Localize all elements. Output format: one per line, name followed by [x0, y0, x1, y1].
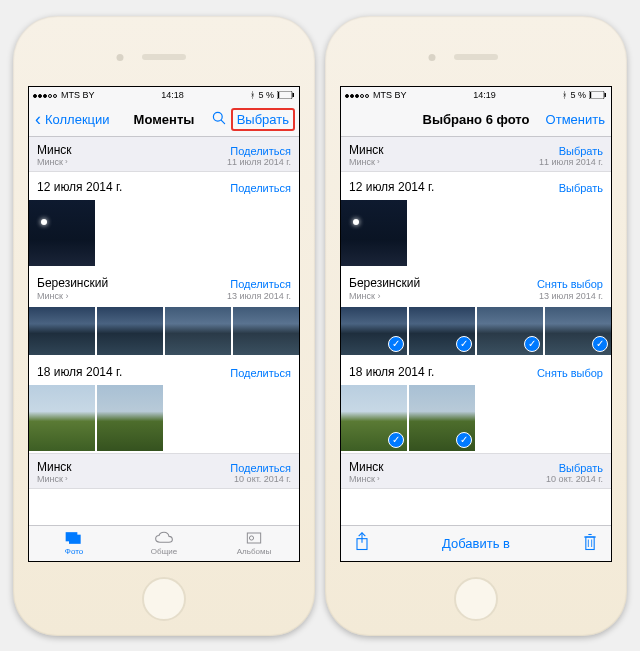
thumb-row: [29, 307, 299, 357]
photo-image: [233, 307, 299, 355]
moment-date: 13 июля 2014 г.: [537, 291, 603, 301]
moment-title: 18 июля 2014 г.: [37, 365, 122, 379]
check-icon: ✓: [388, 336, 404, 352]
search-button[interactable]: [211, 110, 227, 129]
share-link[interactable]: Поделиться: [230, 462, 291, 474]
screen-right: MTS BY 14:19 ᚼ 5 % Выбрано 6 фото Отмени…: [340, 86, 612, 562]
moment-header: 18 июля 2014 г. Поделиться: [29, 357, 299, 385]
deselect-link[interactable]: Снять выбор: [537, 367, 603, 379]
collection-date: 10 окт. 2014 г.: [546, 474, 603, 484]
check-icon: ✓: [388, 432, 404, 448]
photo-thumb[interactable]: [29, 385, 95, 451]
moment-sub: Минск ›: [349, 291, 420, 301]
check-icon: ✓: [592, 336, 608, 352]
photo-thumb[interactable]: ✓: [409, 307, 475, 355]
home-button[interactable]: [454, 577, 498, 621]
battery-icon: [277, 91, 295, 99]
carrier-label: MTS BY: [373, 90, 407, 100]
collection-header[interactable]: Минск Минск› Выбрать 11 июля 2014 г.: [341, 137, 611, 172]
tab-shared[interactable]: Общие: [119, 530, 209, 556]
moment-sub: Минск ›: [37, 291, 108, 301]
collection-sub: Минск›: [349, 474, 384, 484]
trash-icon: [581, 532, 599, 552]
photo-thumb[interactable]: [29, 307, 95, 355]
collection-header[interactable]: Минск Минск› Выбрать 10 окт. 2014 г.: [341, 453, 611, 489]
svg-rect-11: [590, 92, 591, 98]
home-button[interactable]: [142, 577, 186, 621]
photo-image: [29, 385, 95, 451]
collection-title: Минск: [37, 143, 72, 157]
svg-point-8: [249, 536, 253, 540]
content-scroll[interactable]: Минск Минск› Поделиться 11 июля 2014 г. …: [29, 137, 299, 525]
collection-header[interactable]: Минск Минск› Поделиться 11 июля 2014 г.: [29, 137, 299, 172]
moment-date: 13 июля 2014 г.: [227, 291, 291, 301]
photo-image: [97, 307, 163, 355]
photo-thumb[interactable]: [97, 385, 163, 451]
share-link[interactable]: Поделиться: [230, 145, 291, 157]
select-button[interactable]: Выбрать: [237, 112, 289, 127]
selection-toolbar: Добавить в: [341, 525, 611, 561]
select-link[interactable]: Выбрать: [559, 182, 603, 194]
svg-rect-1: [293, 93, 295, 97]
photos-tab-icon: [64, 530, 84, 546]
cancel-button[interactable]: Отменить: [546, 112, 605, 127]
photo-thumb[interactable]: [165, 307, 231, 355]
content-scroll[interactable]: Минск Минск› Выбрать 11 июля 2014 г. 12 …: [341, 137, 611, 525]
moment-header: Березинский Минск › Поделиться 13 июля 2…: [29, 268, 299, 307]
share-button[interactable]: [353, 532, 371, 554]
bluetooth-icon: ᚼ: [562, 90, 567, 100]
moment-title: 12 июля 2014 г.: [37, 180, 122, 194]
moment-header: 18 июля 2014 г. Снять выбор: [341, 357, 611, 385]
tab-bar: Фото Общие Альбомы: [29, 525, 299, 561]
select-link[interactable]: Выбрать: [559, 462, 603, 474]
camera-dot: [429, 54, 436, 61]
add-to-button[interactable]: Добавить в: [442, 536, 510, 551]
chevron-right-icon: ›: [65, 291, 68, 301]
photo-thumb[interactable]: [341, 200, 407, 266]
tab-photos[interactable]: Фото: [29, 530, 119, 556]
select-button-highlight: Выбрать: [231, 108, 295, 131]
svg-rect-10: [605, 93, 607, 97]
photo-thumb[interactable]: ✓: [545, 307, 611, 355]
nav-bar: ‹ Коллекции Моменты Выбрать: [29, 103, 299, 137]
bluetooth-icon: ᚼ: [250, 90, 255, 100]
chevron-right-icon: ›: [377, 157, 380, 166]
deselect-link[interactable]: Снять выбор: [537, 278, 603, 290]
photo-thumb[interactable]: ✓: [341, 385, 407, 451]
photo-image: [29, 200, 95, 266]
battery-percent-label: 5 %: [258, 90, 274, 100]
moment-title: Березинский: [37, 276, 108, 290]
photo-thumb[interactable]: [29, 200, 95, 266]
status-left: MTS BY: [33, 90, 95, 100]
camera-dot: [117, 54, 124, 61]
albums-tab-icon: [244, 530, 264, 546]
collection-date: 11 июля 2014 г.: [539, 157, 603, 167]
share-link[interactable]: Поделиться: [227, 278, 291, 290]
nav-left[interactable]: ‹ Коллекции: [35, 109, 110, 130]
share-link[interactable]: Поделиться: [230, 367, 291, 379]
clock-label: 14:18: [161, 90, 184, 100]
clock-label: 14:19: [473, 90, 496, 100]
photo-thumb[interactable]: [97, 307, 163, 355]
status-bar: MTS BY 14:19 ᚼ 5 %: [341, 87, 611, 103]
moment-header: 12 июля 2014 г. Выбрать: [341, 172, 611, 200]
collection-date: 10 окт. 2014 г.: [234, 474, 291, 484]
photo-thumb[interactable]: ✓: [341, 307, 407, 355]
chevron-right-icon: ›: [65, 474, 68, 483]
collection-header[interactable]: Минск Минск› Поделиться 10 окт. 2014 г.: [29, 453, 299, 489]
select-link[interactable]: Выбрать: [559, 145, 603, 157]
battery-percent-label: 5 %: [570, 90, 586, 100]
trash-button[interactable]: [581, 532, 599, 554]
share-link[interactable]: Поделиться: [230, 182, 291, 194]
svg-rect-14: [586, 537, 594, 550]
photo-thumb[interactable]: ✓: [409, 385, 475, 451]
tab-label: Альбомы: [237, 547, 271, 556]
collection-title: Минск: [349, 143, 384, 157]
speaker-slot: [454, 54, 498, 60]
photo-thumb[interactable]: ✓: [477, 307, 543, 355]
iphone-left: MTS BY 14:18 ᚼ 5 % ‹ Коллекции Моменты В…: [13, 16, 315, 636]
collection-date: 11 июля 2014 г.: [227, 157, 291, 167]
photo-thumb[interactable]: [233, 307, 299, 355]
tab-albums[interactable]: Альбомы: [209, 530, 299, 556]
moment-title: 18 июля 2014 г.: [349, 365, 434, 379]
